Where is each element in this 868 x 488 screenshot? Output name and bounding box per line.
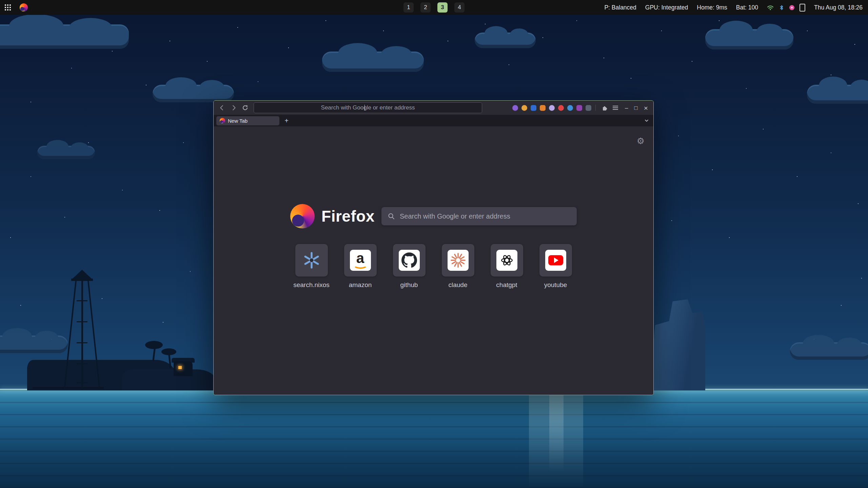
newtab-search-bar[interactable] (381, 207, 577, 225)
extension-icons (512, 105, 591, 111)
menu-hamburger-icon[interactable] (611, 103, 620, 113)
workspace-switcher: 1 2 3 4 (403, 2, 465, 13)
watchtower-rung (77, 321, 87, 322)
hut-lit-window (178, 366, 182, 369)
shortcut-search-nixos[interactable]: search.nixos (295, 244, 328, 289)
newtab-hero: Firefox (214, 204, 653, 228)
url-input[interactable] (254, 104, 482, 111)
extension-icon-6[interactable] (558, 105, 564, 111)
workspace-2[interactable]: 2 (420, 2, 431, 13)
url-bar[interactable] (254, 102, 482, 113)
home-latency-status: Home: 9ms (697, 4, 727, 11)
chatgpt-knot-icon (496, 250, 517, 271)
personalize-gear-icon[interactable]: ⚙ (637, 137, 645, 145)
firefox-window: – □ × New Tab + ⚙ Firefox (213, 100, 654, 395)
extension-icon-4[interactable] (540, 105, 546, 111)
extension-icon-7[interactable] (567, 105, 573, 111)
forward-button[interactable] (229, 103, 239, 113)
wallpaper-sea (0, 390, 868, 488)
text-caret (364, 105, 365, 110)
shortcut-chatgpt[interactable]: chatgpt (491, 244, 523, 289)
extension-icon-3[interactable] (531, 105, 536, 111)
watchtower-rung (77, 382, 87, 383)
pier (33, 387, 104, 389)
extension-icon-9[interactable] (586, 105, 591, 111)
extension-icon-1[interactable] (512, 105, 518, 111)
hut (174, 361, 193, 376)
watchtower-rung (77, 300, 87, 301)
browser-toolbar: – □ × (214, 101, 653, 115)
window-controls: – □ × (625, 104, 648, 111)
apps-grid-icon[interactable] (5, 4, 11, 11)
power-profile-status: P: Balanced (604, 4, 636, 11)
extension-icon-2[interactable] (521, 105, 527, 111)
new-tab-page: ⚙ Firefox (214, 126, 653, 395)
search-icon (388, 212, 395, 220)
display-icon[interactable] (800, 4, 805, 12)
firefox-logo (290, 204, 315, 228)
claude-starburst-icon (448, 250, 469, 271)
reload-button[interactable] (240, 103, 250, 113)
extensions-puzzle-icon[interactable] (600, 103, 609, 113)
system-tray (767, 4, 805, 12)
shortcut-label: github (400, 281, 418, 289)
bluetooth-icon[interactable] (779, 5, 784, 11)
watchtower-roof (72, 270, 92, 279)
cloud (153, 85, 234, 102)
cloud (705, 29, 793, 49)
gpu-status: GPU: Integrated (645, 4, 688, 11)
minimize-button[interactable]: – (625, 105, 628, 111)
cloud (807, 85, 868, 104)
maximize-button[interactable]: □ (634, 105, 637, 111)
tab-label: New Tab (228, 118, 248, 124)
moonlight-reflection-core (549, 390, 564, 472)
back-button[interactable] (217, 103, 227, 113)
youtube-play-icon (545, 250, 566, 271)
tab-list-chevron-icon[interactable] (644, 118, 649, 123)
shortcut-youtube[interactable]: youtube (539, 244, 572, 289)
shortcut-github[interactable]: github (393, 244, 426, 289)
tab-bar: New Tab + (214, 115, 653, 126)
cloud (37, 146, 95, 159)
close-button[interactable]: × (644, 104, 648, 111)
cloud (0, 336, 68, 353)
toolbar-divider (595, 105, 596, 111)
shortcut-amazon[interactable]: a amazon (344, 244, 377, 289)
firefox-wordmark: Firefox (321, 207, 375, 225)
workspace-3-active[interactable]: 3 (437, 2, 448, 13)
workspace-4[interactable]: 4 (454, 2, 465, 13)
nixos-snowflake-icon (303, 251, 320, 269)
new-tab-button[interactable]: + (282, 116, 291, 125)
extension-icon-5[interactable] (549, 105, 555, 111)
firefox-icon[interactable] (20, 3, 28, 12)
workspace-1[interactable]: 1 (403, 2, 414, 13)
shortcut-label: amazon (349, 281, 372, 289)
shortcut-tiles: search.nixos a amazon (214, 244, 653, 289)
shortcut-label: youtube (544, 281, 567, 289)
cloud (475, 33, 536, 48)
island-hill (122, 369, 217, 390)
newtab-search-input[interactable] (399, 212, 571, 221)
wifi-icon[interactable] (767, 5, 774, 11)
shortcut-claude[interactable]: claude (442, 244, 474, 289)
battery-status: Bat: 100 (736, 4, 758, 11)
screen: 1 2 3 4 P: Balanced GPU: Integrated Home… (0, 0, 868, 488)
shortcut-label: chatgpt (496, 281, 517, 289)
clock[interactable]: Thu Aug 08, 18:26 (814, 4, 863, 11)
firefox-favicon (220, 118, 225, 123)
watchtower-rung (77, 363, 87, 364)
media-icon[interactable] (789, 5, 794, 10)
tab-new-tab[interactable]: New Tab (216, 116, 279, 125)
cloud (322, 52, 424, 72)
shortcut-label: claude (449, 281, 468, 289)
cloud (0, 24, 129, 49)
watchtower-rung (77, 342, 87, 343)
github-octocat-icon (399, 250, 420, 271)
extension-icon-8[interactable] (576, 105, 582, 111)
watchtower-mast (81, 279, 83, 390)
amazon-icon: a (350, 250, 371, 271)
top-status-bar: 1 2 3 4 P: Balanced GPU: Integrated Home… (0, 0, 868, 15)
shortcut-label: search.nixos (293, 281, 330, 289)
cloud (790, 342, 868, 360)
